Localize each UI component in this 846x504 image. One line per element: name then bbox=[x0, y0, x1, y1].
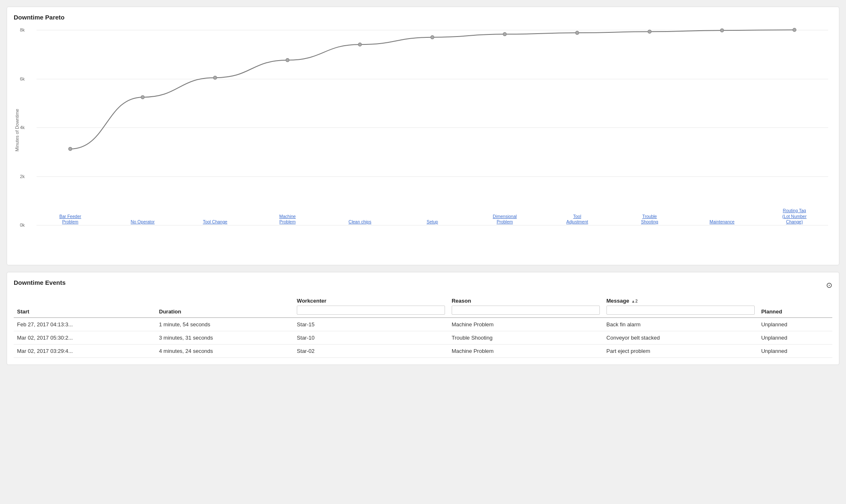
col-label-workcenter: Workcenter bbox=[297, 298, 326, 304]
bar-group: Tool Change bbox=[181, 217, 249, 225]
bar-group: Setup bbox=[399, 217, 466, 225]
cell-planned: Unplanned bbox=[758, 331, 832, 345]
events-card: Downtime Events ⊙ StartDurationWorkcente… bbox=[7, 272, 839, 365]
y-tick: 4k bbox=[20, 125, 25, 130]
bar-label[interactable]: Setup bbox=[427, 219, 438, 225]
y-tick: 8k bbox=[20, 27, 25, 32]
cell-reason: Trouble Shooting bbox=[448, 331, 603, 345]
cell-reason: Machine Problem bbox=[448, 318, 603, 331]
bar-label[interactable]: MachineProblem bbox=[279, 214, 296, 225]
bar-group: DimensionalProblem bbox=[471, 211, 538, 225]
y-tick: 0k bbox=[20, 223, 25, 228]
col-label-start: Start bbox=[17, 308, 29, 315]
y-axis-label: Minutes of Downtime bbox=[15, 109, 20, 152]
bar-group: Routing Tag(Lot NumberChange) bbox=[761, 206, 828, 225]
pareto-card: Downtime Pareto Minutes of Downtime 0k2k… bbox=[7, 7, 839, 265]
col-label-reason: Reason bbox=[452, 298, 471, 304]
bar-group: Bar FeederProblem bbox=[37, 211, 104, 225]
chart-area: 0k2k4k6k8k Bar FeederProblemNo OperatorT… bbox=[37, 30, 828, 225]
bar-group: ToolAdjustment bbox=[543, 211, 611, 225]
col-label-planned: Planned bbox=[761, 308, 782, 315]
chart-container: Minutes of Downtime 0k2k4k6k8k Bar Feede… bbox=[14, 26, 832, 258]
cell-duration: 4 minutes, 24 seconds bbox=[156, 345, 293, 358]
cell-start: Feb 27, 2017 04:13:3... bbox=[14, 318, 156, 331]
events-header: Downtime Events ⊙ bbox=[14, 279, 832, 291]
bar-label[interactable]: Routing Tag(Lot NumberChange) bbox=[782, 208, 807, 225]
cell-start: Mar 02, 2017 03:29:4... bbox=[14, 345, 156, 358]
bar-group: Maintenance bbox=[688, 217, 756, 225]
cell-planned: Unplanned bbox=[758, 318, 832, 331]
y-tick: 2k bbox=[20, 174, 25, 179]
cell-planned: Unplanned bbox=[758, 345, 832, 358]
filter-input-message[interactable] bbox=[606, 306, 755, 315]
y-tick: 6k bbox=[20, 76, 25, 81]
cell-message: Part eject problem bbox=[603, 345, 758, 358]
pareto-title: Downtime Pareto bbox=[14, 14, 832, 21]
table-row: Mar 02, 2017 05:30:2...3 minutes, 31 sec… bbox=[14, 331, 832, 345]
cell-reason: Machine Problem bbox=[448, 345, 603, 358]
sort-indicator-message: ▲2 bbox=[630, 299, 638, 303]
col-label-duration: Duration bbox=[159, 308, 181, 315]
bar-group: MachineProblem bbox=[254, 211, 321, 225]
th-duration: Duration bbox=[156, 295, 293, 318]
bar-label[interactable]: Bar FeederProblem bbox=[59, 214, 81, 225]
cell-duration: 3 minutes, 31 seconds bbox=[156, 331, 293, 345]
download-icon[interactable]: ⊙ bbox=[826, 281, 832, 290]
filter-input-reason[interactable] bbox=[452, 306, 600, 315]
bar-label[interactable]: DimensionalProblem bbox=[493, 214, 517, 225]
th-workcenter: Workcenter bbox=[293, 295, 448, 318]
th-start: Start bbox=[14, 295, 156, 318]
events-title: Downtime Events bbox=[14, 279, 66, 286]
table-header: StartDurationWorkcenterReasonMessage ▲2P… bbox=[14, 295, 832, 318]
header-row: StartDurationWorkcenterReasonMessage ▲2P… bbox=[14, 295, 832, 318]
th-reason: Reason bbox=[448, 295, 603, 318]
col-label-message: Message bbox=[606, 298, 629, 304]
cell-message: Conveyor belt stacked bbox=[603, 331, 758, 345]
cell-start: Mar 02, 2017 05:30:2... bbox=[14, 331, 156, 345]
cell-workcenter: Star-15 bbox=[293, 318, 448, 331]
filter-input-workcenter[interactable] bbox=[297, 306, 445, 315]
bar-label[interactable]: Tool Change bbox=[203, 219, 227, 225]
events-table: StartDurationWorkcenterReasonMessage ▲2P… bbox=[14, 295, 832, 358]
bar-label[interactable]: ToolAdjustment bbox=[566, 214, 588, 225]
table-row: Mar 02, 2017 03:29:4...4 minutes, 24 sec… bbox=[14, 345, 832, 358]
th-message: Message ▲2 bbox=[603, 295, 758, 318]
cell-message: Back fin alarm bbox=[603, 318, 758, 331]
bar-label[interactable]: No Operator bbox=[131, 219, 155, 225]
bar-group: Clean chips bbox=[326, 217, 394, 225]
cell-duration: 1 minute, 54 seconds bbox=[156, 318, 293, 331]
bars-container: Bar FeederProblemNo OperatorTool ChangeM… bbox=[37, 30, 828, 225]
bar-group: No Operator bbox=[109, 217, 176, 225]
bar-group: TroubleShooting bbox=[616, 211, 683, 225]
cell-workcenter: Star-02 bbox=[293, 345, 448, 358]
table-row: Feb 27, 2017 04:13:3...1 minute, 54 seco… bbox=[14, 318, 832, 331]
bar-label[interactable]: Maintenance bbox=[709, 219, 734, 225]
bar-label[interactable]: Clean chips bbox=[349, 219, 372, 225]
th-planned: Planned bbox=[758, 295, 832, 318]
table-body: Feb 27, 2017 04:13:3...1 minute, 54 seco… bbox=[14, 318, 832, 358]
bar-label[interactable]: TroubleShooting bbox=[641, 214, 658, 225]
cell-workcenter: Star-10 bbox=[293, 331, 448, 345]
